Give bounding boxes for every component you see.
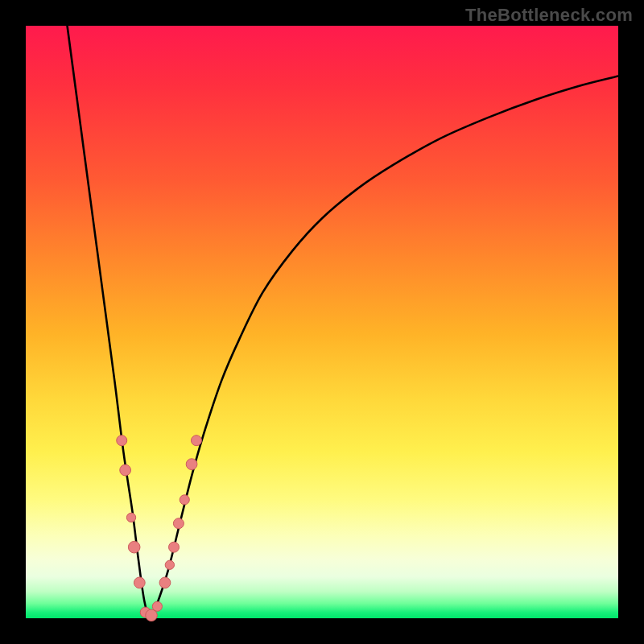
curve-marker <box>159 577 171 588</box>
curve-marker <box>180 495 189 505</box>
curve-marker <box>128 541 140 553</box>
plot-area <box>26 26 618 618</box>
curve-marker <box>120 464 131 476</box>
curve-marker <box>134 577 145 588</box>
curve-marker <box>152 601 162 611</box>
curve-marker <box>165 560 174 569</box>
curve-marker <box>117 436 127 446</box>
curve-markers <box>117 436 202 621</box>
chart-frame: TheBottleneck.com <box>0 0 644 644</box>
watermark-text: TheBottleneck.com <box>465 5 633 26</box>
curve-layer <box>26 26 618 618</box>
curve-marker <box>186 459 197 470</box>
curve-marker <box>173 518 184 529</box>
curve-marker <box>126 513 135 522</box>
curve-marker <box>191 436 201 446</box>
curve-marker <box>169 542 180 552</box>
bottleneck-curve <box>68 26 618 618</box>
